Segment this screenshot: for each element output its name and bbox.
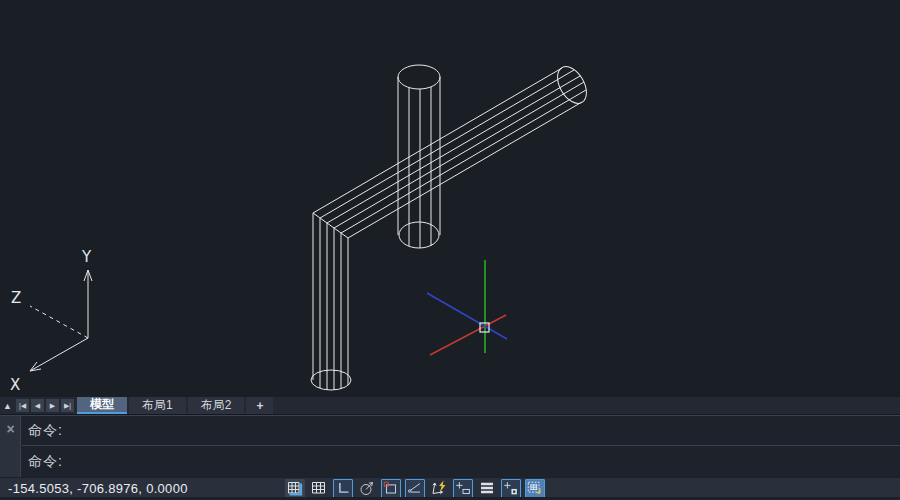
tab-layout1[interactable]: 布局1	[129, 397, 186, 414]
status-bar: -154.5053, -706.8976, 0.0000	[0, 477, 900, 500]
object-snap-tracking-icon[interactable]	[405, 479, 425, 498]
viewport-canvas[interactable]: Y X Z	[0, 0, 900, 397]
tab-layout2[interactable]: 布局2	[188, 397, 245, 414]
dynamic-input-icon[interactable]	[429, 479, 449, 498]
command-window-side-strip: ×	[0, 416, 21, 477]
isolate-objects-icon[interactable]	[501, 479, 521, 498]
status-toggle-group	[285, 479, 545, 498]
polar-tracking-icon[interactable]	[357, 479, 377, 498]
ucs-x-label: X	[10, 376, 20, 394]
lineweight-list-icon[interactable]	[477, 479, 497, 498]
show-lineweight-icon[interactable]	[453, 479, 473, 498]
ucs-z-label: Z	[11, 289, 21, 307]
pipe-wireframe-model[interactable]	[311, 62, 592, 390]
tab-first-button[interactable]: |◀	[16, 399, 29, 412]
snap-mode-icon[interactable]	[309, 479, 329, 498]
crosshair-x-axis	[430, 315, 506, 355]
command-line-window: × 命令: 命令:	[0, 415, 900, 477]
tab-prev-button[interactable]: ◀	[31, 399, 44, 412]
crosshair-z-axis	[427, 293, 507, 339]
object-snap-icon[interactable]	[381, 479, 401, 498]
command-input-line[interactable]: 命令:	[22, 447, 900, 477]
tab-next-button[interactable]: ▶	[46, 399, 59, 412]
tab-menu-button[interactable]: ▲	[1, 399, 14, 412]
cad-application-window: Y X Z ▲ |◀ ◀ ▶ ▶| 模型 布局1 布局2 + × 命令:	[0, 0, 900, 500]
command-close-icon[interactable]: ×	[3, 422, 18, 437]
ucs-y-label: Y	[81, 248, 92, 266]
drawing-viewport[interactable]: Y X Z	[0, 0, 900, 397]
ortho-mode-icon[interactable]	[333, 479, 353, 498]
coordinates-readout[interactable]: -154.5053, -706.8976, 0.0000	[8, 481, 188, 496]
tab-last-button[interactable]: ▶|	[61, 399, 74, 412]
ucs-icon: Y X Z	[10, 248, 92, 394]
tab-model[interactable]: 模型	[77, 397, 127, 414]
command-history-line: 命令:	[22, 416, 900, 446]
crosshair-cursor	[427, 260, 507, 355]
grid-display-icon[interactable]	[285, 479, 305, 498]
tab-add-layout-button[interactable]: +	[246, 397, 273, 414]
layout-tab-bar: ▲ |◀ ◀ ▶ ▶| 模型 布局1 布局2 +	[0, 397, 900, 415]
clean-screen-icon[interactable]	[525, 479, 545, 498]
